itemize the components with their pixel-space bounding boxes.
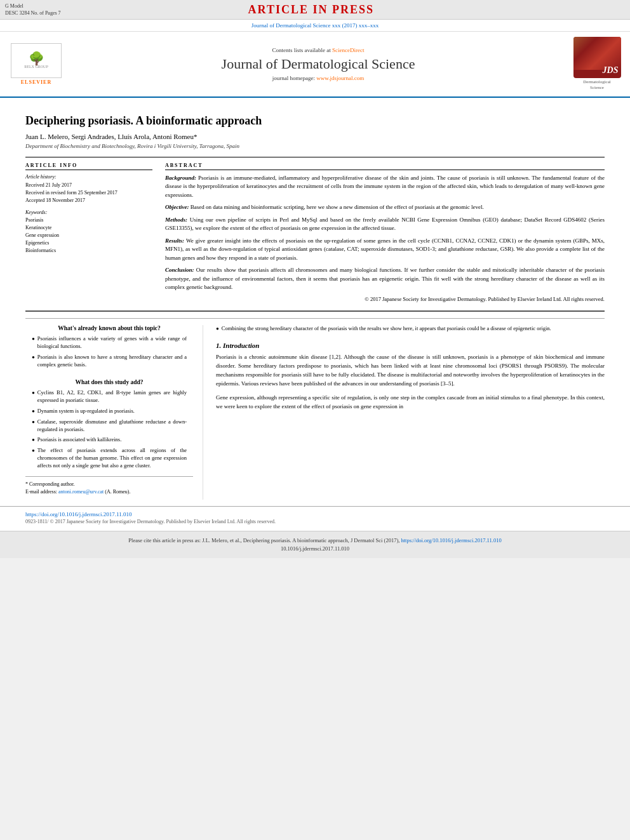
bullet-dot-icon: ●: [216, 325, 219, 333]
bullet-dot-icon: ●: [32, 354, 35, 369]
article-in-press-banner: G Model DESC 3284 No. of Pages 7 ARTICLE…: [0, 0, 630, 20]
article-info-label: ARTICLE INFO: [25, 163, 152, 170]
conclusion-label: Conclusion:: [165, 267, 194, 273]
journal-homepage: journal homepage: www.jdsjournal.com: [65, 75, 572, 81]
citation-text: Please cite this article in press as: J.…: [25, 537, 605, 553]
email-link[interactable]: antoni.romeu@urv.cat: [58, 489, 104, 495]
history-label: Article history:: [25, 174, 152, 180]
adds-box: What does this study add? ● Cyclins B1, …: [25, 379, 193, 470]
keyword-bioinformatics: Bioinformatics: [25, 247, 152, 255]
article-in-press-title: ARTICLE IN PRESS: [61, 3, 561, 17]
journal-center: Contents lists available at ScienceDirec…: [65, 47, 572, 81]
jds-journal-label: Dermatological Science: [583, 79, 611, 91]
bullet-dot-icon: ●: [32, 389, 35, 404]
email-footnote: E-mail address: antoni.romeu@urv.cat (A.…: [25, 488, 193, 496]
corresponding-author: * Corresponding author.: [25, 481, 193, 488]
article-meta-row: ARTICLE INFO Article history: Received 2…: [25, 157, 605, 303]
citation-bar: Please cite this article in press as: J.…: [0, 531, 630, 558]
abstract-label: ABSTRACT: [165, 163, 605, 170]
doi-link[interactable]: https://doi.org/10.1016/j.jdermsci.2017.…: [25, 511, 132, 517]
issn-line: 0923-1811/ © 2017 Japanese Society for I…: [25, 519, 605, 524]
known-box: What's already known about this topic? ●…: [25, 325, 193, 369]
elsevier-logo-box: 🌳 RELX GROUP ELSEVIER: [8, 43, 65, 85]
left-col: What's already known about this topic? ●…: [25, 325, 203, 500]
abstract-methods: Methods: Using our own pipeline of scrip…: [165, 216, 605, 233]
introduction-heading: 1. Introduction: [216, 342, 605, 349]
g-model-info: G Model DESC 3284 No. of Pages 7: [5, 3, 61, 17]
jds-abbr: JDS: [603, 65, 619, 76]
adds-bullet-2: ● Dynamin system is up-regulated in psor…: [32, 408, 187, 415]
bullet-dot-icon: ●: [32, 408, 35, 415]
article-authors: Juan L. Melero, Sergi Andrades, Lluís Ar…: [25, 133, 605, 140]
keyword-psoriasis: Psoriasis: [25, 217, 152, 224]
journal-url[interactable]: www.jdsjournal.com: [316, 75, 364, 81]
background-label: Background:: [165, 175, 196, 181]
jds-logo-image: JDS: [573, 37, 621, 78]
journal-link-bar: Journal of Dermatological Science xxx (2…: [0, 20, 630, 32]
article-affiliation: Department of Biochemistry and Biotechno…: [25, 143, 605, 149]
bullet-dot-icon: ●: [32, 436, 35, 444]
adds-bullet-3: ● Catalase, superoxide dismutase and glu…: [32, 418, 187, 434]
adds-bullet-5: ● The effect of psoriasis extends across…: [32, 447, 187, 470]
doi-bar: https://doi.org/10.1016/j.jdermsci.2017.…: [0, 506, 630, 528]
article-title: Deciphering psoriasis. A bioinformatic a…: [25, 114, 605, 128]
abstract-conclusion: Conclusion: Our results show that psoria…: [165, 266, 605, 292]
methods-label: Methods:: [165, 217, 187, 223]
adds-bullet-1: ● Cyclins B1, A2, E2, CDK1, and B-type l…: [32, 389, 187, 404]
lower-section: What's already known about this topic? ●…: [25, 318, 605, 500]
sciencedirect-link[interactable]: ScienceDirect: [332, 47, 364, 53]
keywords-list: Psoriasis Keratinocyte Gene expression E…: [25, 217, 152, 255]
abstract-background: Background: Psoriasis is an immune-media…: [165, 174, 605, 200]
copyright-line: © 2017 Japanese Society for Investigativ…: [165, 296, 605, 303]
intro-paragraph-1: Psoriasis is a chronic autoimmune skin d…: [216, 353, 605, 389]
elsevier-label: ELSEVIER: [21, 79, 51, 85]
right-col: ● Combining the strong hereditary charac…: [216, 325, 605, 500]
section-divider: [25, 310, 605, 312]
bullet-dot-icon: ●: [32, 447, 35, 470]
abstract-col: ABSTRACT Background: Psoriasis is an imm…: [165, 163, 605, 303]
bullet-dot-icon: ●: [32, 418, 35, 434]
abstract-objective: Objective: Based on data mining and bioi…: [165, 203, 605, 212]
elsevier-tree-icon: 🌳: [29, 52, 44, 65]
journal-header: 🌳 RELX GROUP ELSEVIER Contents lists ava…: [0, 32, 630, 97]
keywords-label: Keywords:: [25, 210, 152, 215]
journal-name: Journal of Dermatological Science: [65, 56, 572, 72]
objective-label: Objective:: [165, 204, 189, 210]
bullet-dot-icon: ●: [32, 335, 35, 350]
citation-doi-link[interactable]: https://doi.org/10.1016/j.jdermsci.2017.…: [401, 537, 501, 543]
article-info-col: ARTICLE INFO Article history: Received 2…: [25, 163, 152, 303]
combining-bullet: ● Combining the strong hereditary charac…: [216, 325, 605, 333]
results-label: Results:: [165, 237, 184, 244]
adds-title: What does this study add?: [32, 379, 187, 385]
abstract-results: Results: We give greater insight into th…: [165, 237, 605, 263]
keyword-gene-expression: Gene expression: [25, 232, 152, 239]
page: G Model DESC 3284 No. of Pages 7 ARTICLE…: [0, 0, 630, 558]
jds-logo-box: JDS Dermatological Science: [572, 37, 622, 91]
elsevier-logo-img: 🌳 RELX GROUP: [11, 43, 62, 78]
keyword-keratinocyte: Keratinocyte: [25, 224, 152, 232]
contents-available: Contents lists available at ScienceDirec…: [65, 47, 572, 53]
received-date: Received 21 July 2017 Received in revise…: [25, 182, 152, 204]
known-title: What's already known about this topic?: [32, 325, 187, 331]
main-content: Deciphering psoriasis. A bioinformatic a…: [0, 98, 630, 506]
intro-paragraph-2: Gene expression, although representing a…: [216, 394, 605, 411]
keyword-epigenetics: Epigenetics: [25, 239, 152, 247]
known-bullet-2: ● Psoriasis is also known to have a stro…: [32, 354, 187, 369]
footnote-area: * Corresponding author. E-mail address: …: [25, 476, 193, 500]
known-bullet-1: ● Psoriasis influences a wide variety of…: [32, 335, 187, 350]
adds-bullet-4: ● Psoriasis is associated with kallikrei…: [32, 436, 187, 444]
